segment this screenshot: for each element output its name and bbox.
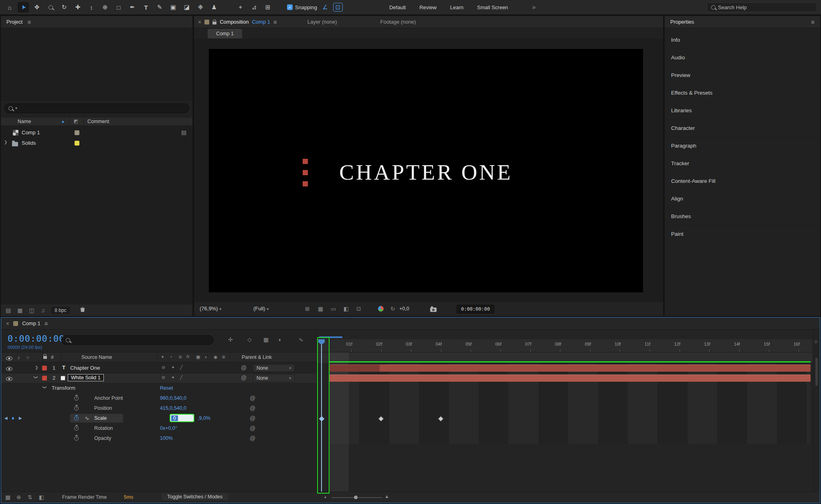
- workspace-tab-review[interactable]: Review: [419, 4, 437, 10]
- zoom-dropdown[interactable]: (76,9%) ▾: [200, 306, 221, 312]
- properties-panel-item[interactable]: Audio: [665, 49, 820, 67]
- vertical-scrollbar[interactable]: [815, 358, 818, 386]
- column-name[interactable]: Name: [18, 119, 31, 124]
- transform-reset-link[interactable]: Reset: [160, 385, 173, 391]
- properties-panel-item[interactable]: Effects & Presets: [665, 84, 820, 102]
- zoom-in-mountain-icon[interactable]: ▲: [384, 494, 389, 499]
- project-row-solids[interactable]: ❯ Solids: [1, 138, 192, 148]
- timeline-zoom-knob[interactable]: [354, 496, 358, 499]
- viewer-timecode[interactable]: 0:00:00:00: [457, 305, 494, 314]
- properties-panel-item[interactable]: Info: [665, 31, 820, 49]
- parent-dropdown[interactable]: None▾: [253, 374, 295, 382]
- scale-edit-value[interactable]: 0: [171, 415, 178, 421]
- column-parent-link[interactable]: Parent & Link: [242, 354, 272, 360]
- project-tab[interactable]: Project: [6, 19, 22, 25]
- graph-editor-icon[interactable]: ∿: [299, 337, 303, 342]
- sort-ascending-icon[interactable]: ▲: [61, 119, 65, 123]
- stopwatch-icon[interactable]: [74, 426, 79, 431]
- property-label[interactable]: Anchor Point: [94, 395, 123, 401]
- trash-icon[interactable]: [80, 307, 85, 314]
- workspace-tab-learn[interactable]: Learn: [450, 4, 463, 10]
- comp-marker-icon[interactable]: ◇: [814, 339, 817, 344]
- parent-dropdown[interactable]: None▾: [253, 364, 295, 372]
- axis-mode-view-button[interactable]: ⊞: [262, 2, 273, 12]
- pan-behind-tool-button[interactable]: ⊕: [99, 2, 111, 12]
- workspace-tab-small-screen[interactable]: Small Screen: [477, 4, 508, 10]
- workspace-tab-default[interactable]: Default: [389, 4, 406, 10]
- properties-panel-item[interactable]: Brushes: [665, 208, 820, 225]
- project-search-input[interactable]: ▾: [4, 103, 189, 113]
- expand-chevron-icon[interactable]: ❯: [35, 366, 38, 370]
- scale-suffix-value[interactable]: ,9,0%: [198, 415, 210, 421]
- properties-panel-item[interactable]: Align: [665, 190, 820, 208]
- pen-tool-button[interactable]: ✒: [127, 2, 138, 12]
- label-color-chip[interactable]: [75, 141, 79, 146]
- mini-flowchart-icon[interactable]: ✢: [228, 337, 233, 342]
- property-value[interactable]: 960,0,540,0: [160, 395, 186, 401]
- layer-label-chip[interactable]: [42, 366, 47, 370]
- column-source-name[interactable]: Source Name: [81, 354, 112, 360]
- timeline-panel-menu-icon[interactable]: ≡: [44, 320, 48, 327]
- opacity-row[interactable]: Opacity 100% @: [1, 433, 316, 443]
- properties-panel-menu-icon[interactable]: ≡: [811, 18, 815, 25]
- expand-layer-switches-icon[interactable]: ▦: [5, 494, 10, 500]
- footage-tab[interactable]: Footage (none): [380, 19, 416, 25]
- eraser-tool-button[interactable]: ◪: [181, 2, 192, 12]
- layer-row-white-solid[interactable]: ❯ 2 White Solid 1 ⊘ ✦ ╱ @ None▾: [1, 373, 316, 383]
- property-label[interactable]: Scale: [94, 415, 107, 421]
- timeline-tab[interactable]: Comp 1: [22, 320, 40, 326]
- composition-canvas[interactable]: CHAPTER ONE: [209, 49, 643, 292]
- project-bit-depth-button[interactable]: 8 bpc: [51, 307, 69, 314]
- rotation-row[interactable]: Rotation 0x+0,0° @: [1, 423, 316, 433]
- layer-name[interactable]: Chapter One: [70, 365, 100, 371]
- project-panel-menu-icon[interactable]: ≡: [27, 18, 31, 25]
- scale-edit-box[interactable]: 0: [170, 414, 194, 422]
- eye-icon[interactable]: [6, 367, 12, 371]
- solo-icon[interactable]: ○: [26, 354, 29, 360]
- roto-brush-tool-button[interactable]: ❉: [195, 2, 206, 12]
- property-pick-whip-icon[interactable]: @: [250, 405, 255, 411]
- snap-features-toggle[interactable]: ⊡: [333, 3, 343, 12]
- properties-panel-item[interactable]: Character: [665, 119, 820, 137]
- parent-pick-whip-icon[interactable]: @: [241, 365, 247, 370]
- keyframe-toggle-icon[interactable]: ♦: [12, 415, 14, 421]
- interpret-footage-icon[interactable]: ◫: [29, 308, 34, 313]
- transform-group-row[interactable]: ❯ Transform Reset: [1, 383, 316, 393]
- shape-tool-button[interactable]: □: [113, 2, 124, 12]
- hand-tool-button[interactable]: ✥: [31, 2, 42, 12]
- parent-pick-whip-icon[interactable]: @: [241, 375, 247, 381]
- properties-panel-item[interactable]: Paragraph: [665, 137, 820, 155]
- zoom-out-mountain-icon[interactable]: ▴: [324, 495, 326, 499]
- property-label[interactable]: Rotation: [94, 425, 113, 431]
- layer-name-selected[interactable]: White Solid 1: [68, 374, 104, 381]
- property-pick-whip-icon[interactable]: @: [250, 395, 255, 401]
- resolution-dropdown[interactable]: (Full) ▾: [253, 306, 269, 312]
- list-view-icon[interactable]: ▤: [6, 308, 11, 313]
- layer-bar-white-solid[interactable]: [330, 374, 811, 382]
- include-in-graph-icon[interactable]: ∿: [85, 415, 89, 421]
- transform-group-label[interactable]: Transform: [52, 385, 75, 391]
- position-row[interactable]: Position 415,0,540,0 @: [1, 403, 316, 413]
- timeline-graph-area[interactable]: 01f02f03f04f05f06f07f08f09f10f11f12f13f1…: [316, 330, 813, 492]
- expand-render-time-icon[interactable]: ◧: [39, 494, 44, 500]
- scale-row[interactable]: ◀ ♦ ▶ ∿ Scale 0 ,9,0% @: [1, 413, 316, 423]
- thumbnail-view-icon[interactable]: ▦: [17, 308, 22, 313]
- brush-tool-button[interactable]: ✎: [154, 2, 165, 12]
- exposure-reset-icon[interactable]: ↻: [390, 306, 395, 312]
- expand-chevron-icon[interactable]: ❯: [4, 140, 7, 144]
- properties-panel-item[interactable]: Tracker: [665, 155, 820, 172]
- layer-bar-chapter-one[interactable]: [330, 364, 811, 372]
- snapshot-camera-icon[interactable]: [430, 308, 437, 312]
- property-pick-whip-icon[interactable]: @: [250, 435, 255, 441]
- workspace-overflow-button[interactable]: »: [532, 4, 536, 10]
- properties-panel-item[interactable]: Paint: [665, 225, 820, 243]
- column-comment[interactable]: Comment: [87, 119, 109, 124]
- property-pick-whip-icon[interactable]: @: [250, 415, 255, 421]
- draft-3d-icon[interactable]: ◇: [247, 337, 252, 342]
- quality-switch-icon[interactable]: ⊘: [162, 375, 165, 380]
- effects-switch-icon[interactable]: ✦: [171, 375, 175, 380]
- layer-row-chapter-one[interactable]: ❯ 1 T Chapter One ⊘ ✦ ╱ @ None▾: [1, 363, 316, 373]
- exposure-value[interactable]: +0,0: [399, 306, 409, 312]
- dolly-camera-tool-button[interactable]: ↕: [86, 2, 97, 12]
- proxy-icon[interactable]: ♫: [41, 308, 45, 313]
